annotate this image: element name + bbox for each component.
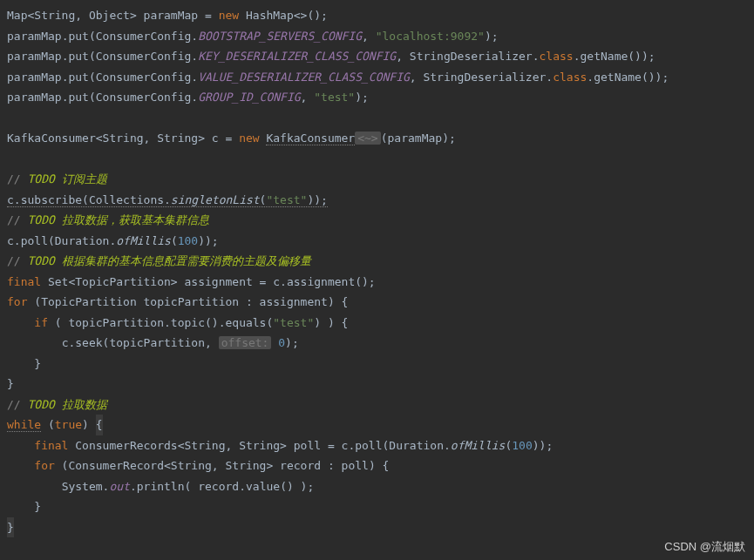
code-line: } xyxy=(7,500,41,513)
code-line: for (TopicPartition topicPartition : ass… xyxy=(7,295,348,308)
code-line: } xyxy=(7,521,14,534)
code-line: paramMap.put(ConsumerConfig.KEY_DESERIAL… xyxy=(7,50,656,63)
code-line: if ( topicPartition.topic().equals("test… xyxy=(7,316,348,329)
code-line: while (true) { xyxy=(7,418,103,431)
code-line: final Set<TopicPartition> assignment = c… xyxy=(7,275,376,288)
code-line: for (ConsumerRecord<String, String> reco… xyxy=(7,459,389,472)
code-line: System.out.println( record.value() ); xyxy=(7,480,314,493)
code-line: final ConsumerRecords<String, String> po… xyxy=(7,439,553,452)
code-line xyxy=(7,152,14,165)
watermark: CSDN @流烟默 xyxy=(664,536,745,557)
comment-line: // TODO 订阅主题 xyxy=(7,172,107,186)
code-line: paramMap.put(ConsumerConfig.GROUP_ID_CON… xyxy=(7,91,369,104)
comment-line: // TODO 拉取数据，获取基本集群信息 xyxy=(7,213,209,226)
comment-line: // TODO 拉取数据 xyxy=(7,398,107,411)
code-line: c.poll(Duration.ofMillis(100)); xyxy=(7,234,219,247)
comment-line: // TODO 根据集群的基本信息配置需要消费的主题及偏移量 xyxy=(7,254,311,267)
code-line: paramMap.put(ConsumerConfig.VALUE_DESERI… xyxy=(7,71,669,84)
code-line: } xyxy=(7,377,14,390)
code-line: c.seek(topicPartition, offset: 0); xyxy=(7,336,299,349)
code-editor[interactable]: Map<String, Object> paramMap = new HashM… xyxy=(7,5,747,537)
code-line: KafkaConsumer<String, String> c = new Ka… xyxy=(7,132,456,145)
code-line: c.subscribe(Collections.singletonList("t… xyxy=(7,193,328,207)
code-line: Map<String, Object> paramMap = new HashM… xyxy=(7,9,328,22)
code-line xyxy=(7,111,14,125)
code-line: paramMap.put(ConsumerConfig.BOOTSTRAP_SE… xyxy=(7,30,499,43)
code-line: } xyxy=(7,357,41,370)
